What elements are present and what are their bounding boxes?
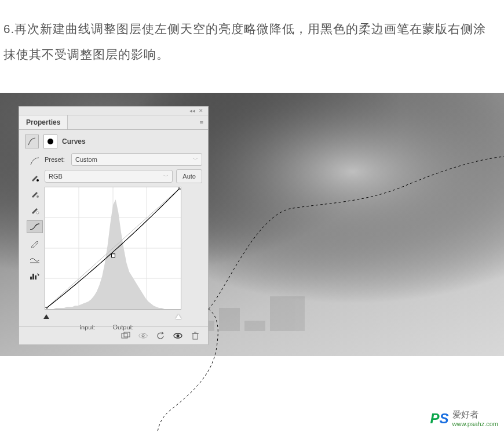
- pencil-curve-icon[interactable]: [27, 238, 42, 249]
- svg-rect-7: [32, 274, 34, 279]
- panel-menu-icon[interactable]: ≡: [195, 115, 208, 129]
- logo-s: S: [440, 411, 449, 426]
- close-icon[interactable]: ✕: [199, 108, 203, 114]
- chevron-down-icon: ﹀: [163, 173, 169, 180]
- clip-icon[interactable]: [121, 331, 130, 340]
- svg-rect-19: [122, 333, 127, 338]
- auto-button[interactable]: Auto: [176, 169, 202, 183]
- black-white-slider[interactable]: [45, 311, 180, 319]
- eyedropper-white-icon[interactable]: [27, 204, 42, 216]
- point-curve-icon[interactable]: [27, 220, 43, 233]
- preset-select[interactable]: Custom ﹀: [71, 153, 202, 166]
- black-point-handle[interactable]: [43, 314, 49, 319]
- chevron-down-icon: ﹀: [193, 156, 198, 164]
- view-previous-icon[interactable]: [138, 331, 148, 340]
- adjustment-name: Curves: [62, 137, 86, 146]
- collapse-icon[interactable]: ◂◂: [189, 108, 195, 114]
- svg-rect-25: [193, 333, 198, 339]
- svg-point-2: [36, 179, 39, 181]
- step-instruction: 6.再次新建曲线调整图层使左侧天空的亮度略微降低，用黑色的柔边画笔在蒙版右侧涂抹…: [3, 16, 492, 67]
- credit-cn: 爱好者: [452, 409, 498, 420]
- preset-label: Preset:: [45, 156, 68, 163]
- channel-value: RGB: [49, 173, 63, 180]
- svg-rect-8: [35, 275, 36, 279]
- logo-p: P: [430, 411, 439, 426]
- credit-url: www.psahz.com: [452, 420, 498, 427]
- svg-line-15: [45, 187, 181, 309]
- svg-rect-17: [111, 254, 115, 257]
- svg-rect-16: [45, 307, 47, 309]
- properties-panel: ◂◂ ✕ Properties ≡ Curves: [19, 106, 209, 345]
- svg-rect-18: [179, 187, 181, 189]
- smooth-icon[interactable]: [27, 254, 42, 266]
- svg-point-3: [36, 195, 39, 198]
- trash-icon[interactable]: [191, 331, 200, 340]
- white-point-handle[interactable]: [176, 314, 181, 319]
- eyedropper-gray-icon[interactable]: [27, 188, 42, 199]
- channel-select[interactable]: RGB ﹀: [45, 170, 173, 183]
- reset-icon[interactable]: [156, 331, 165, 340]
- eyedropper-black-icon[interactable]: [27, 172, 42, 183]
- svg-point-21: [139, 333, 147, 338]
- curve-preset-icon[interactable]: [27, 155, 42, 167]
- adjustment-type-icon[interactable]: [25, 135, 39, 148]
- site-credit: PS 爱好者 www.psahz.com: [430, 409, 498, 427]
- curve-line: [45, 187, 181, 309]
- svg-point-22: [142, 335, 144, 337]
- preset-value: Custom: [75, 156, 97, 163]
- tab-properties[interactable]: Properties: [19, 115, 68, 129]
- svg-rect-20: [124, 332, 130, 337]
- svg-point-4: [36, 212, 39, 214]
- svg-rect-6: [30, 277, 32, 279]
- svg-point-24: [177, 335, 180, 337]
- histogram-icon[interactable]: [27, 270, 42, 282]
- curves-graph[interactable]: [45, 187, 181, 310]
- visibility-icon[interactable]: [173, 331, 182, 340]
- layer-mask-icon[interactable]: [43, 135, 57, 148]
